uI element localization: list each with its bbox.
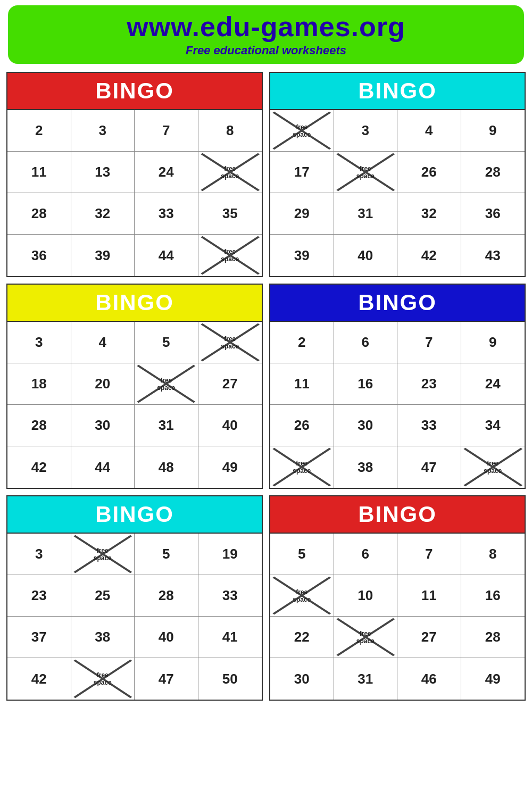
number-cell: 3 <box>7 534 71 575</box>
number-cell: 32 <box>397 193 461 235</box>
number-cell: 28 <box>7 405 71 446</box>
number-cell: 30 <box>270 658 334 700</box>
free-space-cell: freespace <box>270 446 334 488</box>
free-space-label: freespace <box>221 248 239 263</box>
free-space-label: freespace <box>293 123 311 138</box>
number-cell: 31 <box>334 658 398 700</box>
number-cell: 50 <box>198 658 262 700</box>
boards-container: BINGO2378111324freespace28323335363944fr… <box>0 72 532 707</box>
number-cell: 40 <box>334 235 398 276</box>
number-cell: 30 <box>71 405 135 446</box>
number-cell: 13 <box>71 152 135 193</box>
number-cell: 7 <box>397 534 461 575</box>
bingo-grid-board2: freespace34917freespace26282931323639404… <box>270 109 525 276</box>
number-cell: 6 <box>334 534 398 575</box>
number-cell: 37 <box>7 617 71 658</box>
number-cell: 9 <box>461 322 525 363</box>
number-cell: 49 <box>198 446 262 488</box>
number-cell: 9 <box>461 110 525 152</box>
free-space-label: freespace <box>221 335 239 350</box>
free-space-cell: freespace <box>270 110 334 152</box>
free-space-label: freespace <box>293 588 311 603</box>
number-cell: 25 <box>71 575 135 617</box>
number-cell: 23 <box>397 363 461 405</box>
header: www.edu-games.org Free educational works… <box>8 5 524 64</box>
number-cell: 44 <box>71 446 135 488</box>
free-space-label: freespace <box>94 546 112 562</box>
number-cell: 27 <box>198 363 262 405</box>
bingo-board-board6: BINGO5678freespace10111622freespace27283… <box>269 495 526 701</box>
number-cell: 33 <box>135 193 198 235</box>
bingo-board-board2: BINGOfreespace34917freespace262829313236… <box>269 72 526 277</box>
number-cell: 5 <box>135 534 198 575</box>
number-cell: 32 <box>71 193 135 235</box>
bingo-header-board3: BINGO <box>7 285 262 321</box>
number-cell: 24 <box>135 152 198 193</box>
free-space-cell: freespace <box>135 363 198 405</box>
number-cell: 7 <box>397 322 461 363</box>
number-cell: 3 <box>7 322 71 363</box>
free-space-cell: freespace <box>71 658 135 700</box>
bingo-grid-board5: 3freespace519232528333738404142freespace… <box>7 533 262 700</box>
number-cell: 20 <box>71 363 135 405</box>
free-space-label: freespace <box>484 460 502 475</box>
free-space-cell: freespace <box>198 322 262 363</box>
header-url: www.edu-games.org <box>19 11 513 43</box>
bingo-board-board3: BINGO345freespace1820freespace2728303140… <box>6 284 263 489</box>
bingo-grid-board4: 26791116232426303334freespace3847freespa… <box>270 321 525 488</box>
number-cell: 43 <box>461 235 525 276</box>
number-cell: 16 <box>461 575 525 617</box>
free-space-cell: freespace <box>461 446 525 488</box>
number-cell: 3 <box>71 110 135 152</box>
bingo-header-board4: BINGO <box>270 285 525 321</box>
number-cell: 44 <box>135 235 198 276</box>
number-cell: 28 <box>461 617 525 658</box>
free-space-label: freespace <box>157 376 175 392</box>
bingo-grid-board3: 345freespace1820freespace272830314042444… <box>7 321 262 488</box>
free-space-cell: freespace <box>198 152 262 193</box>
number-cell: 8 <box>461 534 525 575</box>
number-cell: 31 <box>334 193 398 235</box>
number-cell: 47 <box>397 446 461 488</box>
number-cell: 39 <box>270 235 334 276</box>
number-cell: 29 <box>270 193 334 235</box>
number-cell: 28 <box>7 193 71 235</box>
number-cell: 19 <box>198 534 262 575</box>
bingo-header-board5: BINGO <box>7 496 262 533</box>
number-cell: 22 <box>270 617 334 658</box>
number-cell: 30 <box>334 405 398 446</box>
number-cell: 36 <box>461 193 525 235</box>
bingo-grid-board6: 5678freespace10111622freespace2728303146… <box>270 533 525 700</box>
number-cell: 28 <box>461 152 525 193</box>
number-cell: 23 <box>7 575 71 617</box>
number-cell: 47 <box>135 658 198 700</box>
number-cell: 42 <box>7 658 71 700</box>
free-space-cell: freespace <box>71 534 135 575</box>
number-cell: 39 <box>71 235 135 276</box>
number-cell: 40 <box>198 405 262 446</box>
free-space-label: freespace <box>94 671 112 687</box>
bingo-header-board2: BINGO <box>270 73 525 109</box>
bingo-board-board4: BINGO26791116232426303334freespace3847fr… <box>269 284 526 489</box>
number-cell: 27 <box>397 617 461 658</box>
number-cell: 31 <box>135 405 198 446</box>
number-cell: 24 <box>461 363 525 405</box>
number-cell: 18 <box>7 363 71 405</box>
number-cell: 5 <box>135 322 198 363</box>
free-space-cell: freespace <box>198 235 262 276</box>
number-cell: 42 <box>397 235 461 276</box>
free-space-label: freespace <box>221 164 239 180</box>
number-cell: 28 <box>135 575 198 617</box>
number-cell: 38 <box>71 617 135 658</box>
number-cell: 3 <box>334 110 398 152</box>
number-cell: 7 <box>135 110 198 152</box>
number-cell: 33 <box>397 405 461 446</box>
bingo-board-board1: BINGO2378111324freespace28323335363944fr… <box>6 72 263 277</box>
number-cell: 5 <box>270 534 334 575</box>
number-cell: 49 <box>461 658 525 700</box>
number-cell: 33 <box>198 575 262 617</box>
number-cell: 26 <box>270 405 334 446</box>
bingo-board-board5: BINGO3freespace519232528333738404142free… <box>6 495 263 701</box>
number-cell: 38 <box>334 446 398 488</box>
free-space-cell: freespace <box>270 575 334 617</box>
